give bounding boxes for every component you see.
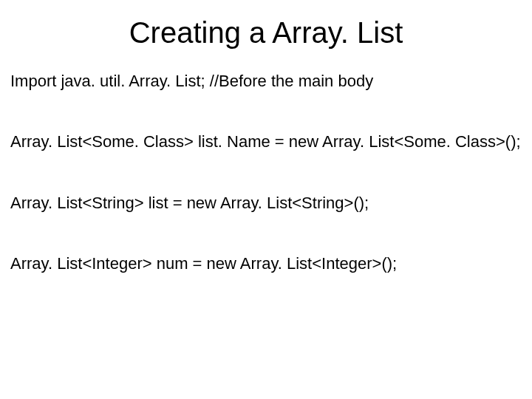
slide: Creating a Array. List Import java. util… <box>0 0 532 399</box>
code-line: Import java. util. Array. List; //Before… <box>10 72 522 91</box>
code-line: Array. List<Integer> num = new Array. Li… <box>10 254 522 273</box>
code-line: Array. List<Some. Class> list. Name = ne… <box>10 132 522 151</box>
slide-body: Import java. util. Array. List; //Before… <box>0 57 532 274</box>
slide-title: Creating a Array. List <box>0 0 532 57</box>
code-line: Array. List<String> list = new Array. Li… <box>10 194 522 213</box>
